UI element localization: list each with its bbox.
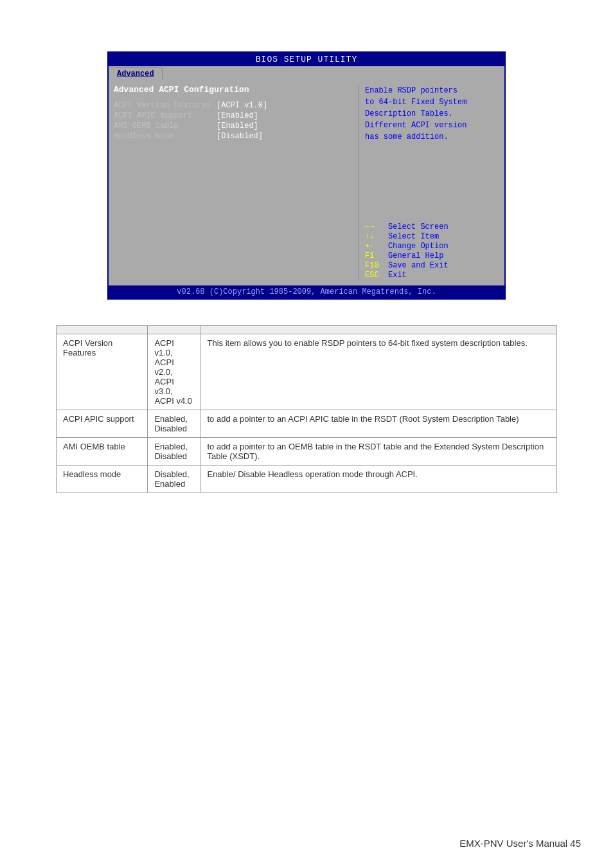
bios-key-arrows: ←→ (365, 222, 388, 231)
bios-title: BIOS SETUP UTILITY (109, 53, 504, 66)
table-cell-options-3: Enabled,Disabled (148, 438, 200, 466)
bios-key-row-select-item: ↑↓ Select Item (365, 232, 499, 241)
table-cell-label-2: ACPI APIC support (57, 410, 148, 438)
bios-key-updown: ↑↓ (365, 232, 388, 241)
manual-label: EMX-PNV User's Manual 45 (459, 838, 581, 849)
table-header-col1 (57, 326, 148, 334)
table-cell-label-1: ACPI Version Features (57, 334, 148, 410)
bios-key-esc: ESC (365, 271, 388, 280)
bios-key-desc-select-screen: Select Screen (388, 222, 449, 231)
table-cell-desc-4: Enable/ Disable Headless operation mode … (200, 466, 557, 493)
table-cell-label-3: AMI OEMB table (57, 438, 148, 466)
bios-label-acpi-apic: ACPI APIC support (114, 111, 217, 120)
bios-value-ami-oemb: [Enabled] (217, 122, 258, 131)
table-cell-label-4: Headless mode (57, 466, 148, 493)
bios-key-desc-esc: Exit (388, 271, 407, 280)
table-row: AMI OEMB table Enabled,Disabled to add a… (57, 438, 557, 466)
reference-table: ACPI Version Features ACPI v1.0,ACPI v2.… (56, 325, 557, 493)
table-cell-options-1: ACPI v1.0,ACPI v2.0,ACPI v3.0,ACPI v4.0 (148, 334, 200, 410)
bios-row-acpi-version: ACPI Version Features [ACPI v1.0] (114, 101, 351, 110)
table-row: ACPI Version Features ACPI v1.0,ACPI v2.… (57, 334, 557, 410)
table-cell-desc-2: to add a pointer to an ACPI APIC table i… (200, 410, 557, 438)
table-cell-desc-3: to add a pointer to an OEMB table in the… (200, 438, 557, 466)
table-cell-options-4: Disabled,Enabled (148, 466, 200, 493)
table-cell-desc-1: This item allows you to enable RSDP poin… (200, 334, 557, 410)
table-header-row (57, 326, 557, 334)
bios-key-help: ←→ Select Screen ↑↓ Select Item +- Chang… (365, 222, 499, 280)
bios-body: Advanced ACPI Configuration ACPI Version… (109, 80, 504, 285)
bios-key-desc-f1: General Help (388, 251, 443, 260)
bios-footer: v02.68 (C)Copyright 1985-2009, American … (109, 285, 504, 298)
bios-section-title: Advanced ACPI Configuration (114, 85, 351, 95)
bios-label-acpi-version: ACPI Version Features (114, 101, 217, 110)
bios-key-f1: F1 (365, 251, 388, 260)
table-row: Headless mode Disabled,Enabled Enable/ D… (57, 466, 557, 493)
bios-value-acpi-version: [ACPI v1.0] (217, 101, 267, 110)
bios-label-headless: Headless mode (114, 132, 217, 141)
bios-key-desc-f10: Save and Exit (388, 261, 449, 270)
bios-key-row-select-screen: ←→ Select Screen (365, 222, 499, 231)
table-header-col2 (148, 326, 200, 334)
bios-help-text: Enable RSDP pointersto 64-bit Fixed Syst… (365, 85, 499, 143)
bios-key-row-esc: ESC Exit (365, 271, 499, 280)
table-header-col3 (200, 326, 557, 334)
bios-key-desc-select-item: Select Item (388, 232, 439, 241)
bios-label-ami-oemb: AMI OEMB table (114, 122, 217, 131)
bios-screenshot: BIOS SETUP UTILITY Advanced Advanced ACP… (107, 51, 506, 300)
bios-key-plusminus: +- (365, 242, 388, 251)
bios-right-panel: Enable RSDP pointersto 64-bit Fixed Syst… (358, 85, 499, 280)
bios-key-row-f1: F1 General Help (365, 251, 499, 260)
bios-row-headless: Headless mode [Disabled] (114, 132, 351, 141)
table-cell-options-2: Enabled,Disabled (148, 410, 200, 438)
bios-row-ami-oemb: AMI OEMB table [Enabled] (114, 122, 351, 131)
bios-row-acpi-apic: ACPI APIC support [Enabled] (114, 111, 351, 120)
bios-key-f10: F10 (365, 261, 388, 270)
table-row: ACPI APIC support Enabled,Disabled to ad… (57, 410, 557, 438)
bios-key-row-f10: F10 Save and Exit (365, 261, 499, 270)
bios-key-desc-change-option: Change Option (388, 242, 449, 251)
bios-tab-advanced[interactable]: Advanced (109, 68, 163, 80)
bios-value-headless: [Disabled] (217, 132, 263, 141)
bios-value-acpi-apic: [Enabled] (217, 111, 258, 120)
bios-tab-bar: Advanced (109, 66, 504, 80)
bios-left-panel: Advanced ACPI Configuration ACPI Version… (114, 85, 358, 280)
bios-key-row-change-option: +- Change Option (365, 242, 499, 251)
